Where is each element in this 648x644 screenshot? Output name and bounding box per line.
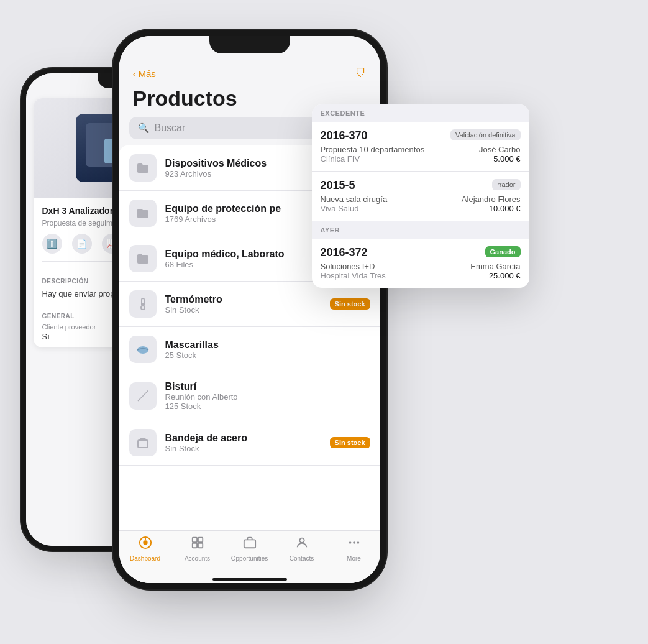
tab-contacts[interactable]: Contacts [276, 536, 328, 562]
product-icon [129, 290, 157, 318]
svg-point-8 [143, 540, 147, 545]
deal-assignee-1: Alejandro Flores [462, 195, 521, 204]
deals-card: EXCEDENTE 2016-370 Validación definitiva… [312, 104, 529, 288]
product-icon [129, 336, 157, 363]
svg-point-18 [357, 541, 359, 544]
search-placeholder: Buscar [155, 122, 186, 134]
deal-company-0: Clínica FIV [321, 154, 360, 163]
tab-accounts[interactable]: Accounts [171, 536, 224, 562]
deal-company-2: Hospital Vida Tres [321, 271, 386, 280]
svg-rect-14 [244, 540, 255, 548]
product-info: TermómetroSin Stock [165, 294, 321, 315]
product-name: Bisturí [165, 381, 370, 392]
product-icon [129, 245, 157, 272]
product-sub2: 125 Stock [165, 402, 370, 411]
product-info: Mascarillas25 Stock [165, 339, 370, 360]
product-item[interactable]: BisturíReunión con Alberto125 Stock [119, 372, 380, 420]
contacts-icon [295, 536, 309, 553]
product-item[interactable]: Mascarillas25 Stock [119, 327, 380, 372]
deal-row-2[interactable]: 2016-372 Ganado Soluciones I+D Emma Garc… [312, 239, 529, 288]
product-sub: Sin Stock [165, 305, 321, 315]
scene: DxH 3 Analizador de hematología Sin stoc… [45, 24, 604, 620]
tab-dashboard-label: Dashboard [130, 555, 160, 562]
svg-rect-13 [198, 543, 202, 548]
tab-opportunities-label: Opportunities [231, 555, 268, 562]
product-name: Bandeja de acero [165, 433, 321, 444]
deal-badge-1: rrador [492, 179, 520, 190]
svg-point-3 [137, 346, 148, 354]
sin-stock-badge: Sin stock [330, 298, 370, 310]
back-label: Más [139, 68, 156, 79]
main-notch [209, 36, 290, 53]
product-item[interactable]: TermómetroSin StockSin stock [119, 282, 380, 327]
svg-point-17 [353, 541, 355, 544]
deal-desc-2: Soluciones I+D [321, 262, 375, 271]
document-button[interactable]: 📄 [72, 234, 92, 254]
tab-contacts-label: Contacts [290, 555, 314, 562]
tab-dashboard[interactable]: Dashboard [119, 536, 171, 562]
deal-company-1: Viva Salud [321, 204, 359, 213]
info-button[interactable]: ℹ️ [42, 234, 62, 254]
svg-point-16 [349, 541, 351, 544]
ayer-header: AYER [312, 221, 529, 239]
accounts-icon [191, 536, 204, 553]
deal-row-0[interactable]: 2016-370 Validación definitiva Propuesta… [312, 122, 529, 172]
product-item[interactable]: Bandeja de aceroSin StockSin stock [119, 420, 380, 466]
deal-assignee-0: José Carbó [479, 145, 520, 154]
tab-more[interactable]: More [328, 536, 380, 562]
deal-badge-2: Ganado [485, 246, 521, 257]
tab-opportunities[interactable]: Opportunities [224, 536, 276, 562]
deal-desc-0: Propuesta 10 departamentos [321, 145, 425, 154]
product-icon [129, 429, 157, 456]
product-name: Mascarillas [165, 339, 370, 351]
search-icon: 🔍 [138, 122, 150, 134]
svg-point-15 [299, 538, 304, 543]
svg-rect-10 [192, 538, 196, 542]
product-sub: 25 Stock [165, 351, 370, 360]
product-icon [129, 382, 157, 410]
svg-line-4 [138, 391, 148, 401]
deal-id-1: 2015-5 [321, 179, 355, 192]
deal-id-0: 2016-370 [321, 129, 368, 142]
phone-header: ‹ Más ⛉ [119, 61, 380, 84]
tab-bar: Dashboard Accounts [119, 530, 380, 574]
product-sub: Reunión con Alberto [165, 392, 370, 402]
product-icon [129, 200, 157, 227]
deal-desc-1: Nueva sala cirugía [321, 195, 388, 204]
product-info: Bandeja de aceroSin Stock [165, 433, 321, 453]
opportunities-icon [243, 536, 257, 553]
tab-more-label: More [347, 555, 361, 562]
deal-id-2: 2016-372 [321, 246, 368, 259]
deal-amount-1: 10.000 € [489, 204, 521, 213]
deal-badge-0: Validación definitiva [450, 129, 520, 140]
home-indicator [212, 578, 287, 581]
deal-amount-2: 25.000 € [489, 271, 521, 280]
dashboard-icon [139, 536, 152, 553]
tab-accounts-label: Accounts [185, 555, 210, 562]
deal-assignee-2: Emma García [470, 262, 520, 271]
chevron-left-icon: ‹ [133, 68, 136, 79]
deal-row-1[interactable]: 2015-5 rrador Nueva sala cirugía Alejand… [312, 172, 529, 221]
back-button[interactable]: ‹ Más [133, 68, 156, 79]
product-name: Termómetro [165, 294, 321, 305]
product-info: BisturíReunión con Alberto125 Stock [165, 381, 370, 411]
product-sub: Sin Stock [165, 444, 321, 453]
sin-stock-badge: Sin stock [330, 437, 370, 448]
svg-rect-11 [198, 538, 202, 542]
product-icon [129, 154, 157, 182]
svg-rect-12 [192, 543, 196, 548]
filter-icon[interactable]: ⛉ [355, 67, 367, 80]
deal-amount-0: 5.000 € [493, 154, 520, 163]
svg-rect-6 [138, 440, 148, 448]
more-icon [347, 536, 361, 553]
excedente-header: EXCEDENTE [312, 104, 529, 122]
